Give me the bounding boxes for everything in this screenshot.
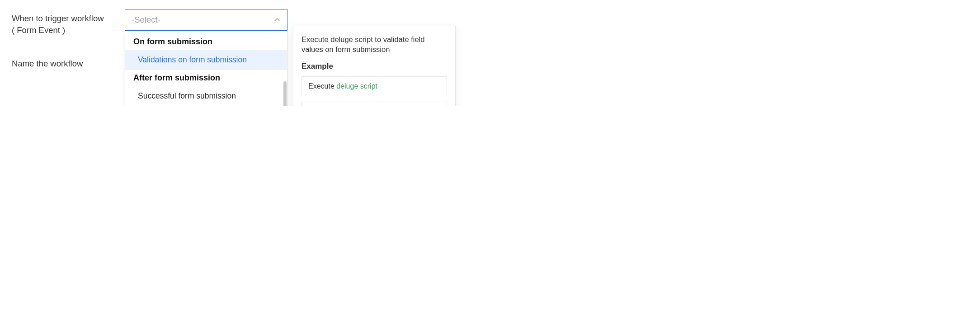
select-placeholder: -Select-	[132, 15, 273, 25]
dropdown-item-update-of-a-field[interactable]: Update of a field	[125, 105, 287, 106]
row-trigger-event: When to trigger workflow ( Form Event ) …	[12, 9, 641, 36]
label-when-to-trigger: When to trigger workflow ( Form Event )	[12, 9, 125, 36]
info-description: Execute deluge script to validate field …	[302, 34, 447, 55]
chevron-up-icon	[273, 16, 281, 23]
label-when-to-trigger-line1: When to trigger workflow	[12, 13, 125, 24]
trigger-event-dropdown: On form submission Validations on form s…	[125, 31, 287, 106]
info-execute-script-highlight: deluge script	[336, 82, 377, 90]
dropdown-group-on-form-submission: On form submission	[125, 33, 287, 50]
dropdown-item-successful-form-submission[interactable]: Successful form submission	[125, 86, 287, 105]
workflow-config-panel: When to trigger workflow ( Form Event ) …	[0, 0, 653, 106]
trigger-event-field: -Select- On form submission Validations …	[125, 9, 287, 31]
info-example-heading: Example	[302, 62, 447, 71]
info-example-box-1: Execute deluge script	[302, 76, 447, 96]
dropdown-scrollbar[interactable]	[283, 36, 287, 106]
dropdown-scroll-area[interactable]: On form submission Validations on form s…	[125, 33, 287, 106]
dropdown-item-validations-on-form-submission[interactable]: Validations on form submission	[125, 50, 287, 69]
info-execute-prefix: Execute	[308, 82, 336, 90]
info-example-box-2: Whenever Order Placed > Inventory Stocks…	[302, 102, 447, 106]
dropdown-group-after-form-submission: After form submission	[125, 69, 287, 86]
dropdown-scrollbar-thumb[interactable]	[283, 81, 287, 106]
label-when-to-trigger-line2: ( Form Event )	[12, 24, 125, 36]
label-name-the-workflow: Name the workflow	[12, 54, 125, 70]
dropdown-info-panel: Execute deluge script to validate field …	[293, 26, 456, 106]
trigger-event-select[interactable]: -Select-	[125, 9, 287, 31]
